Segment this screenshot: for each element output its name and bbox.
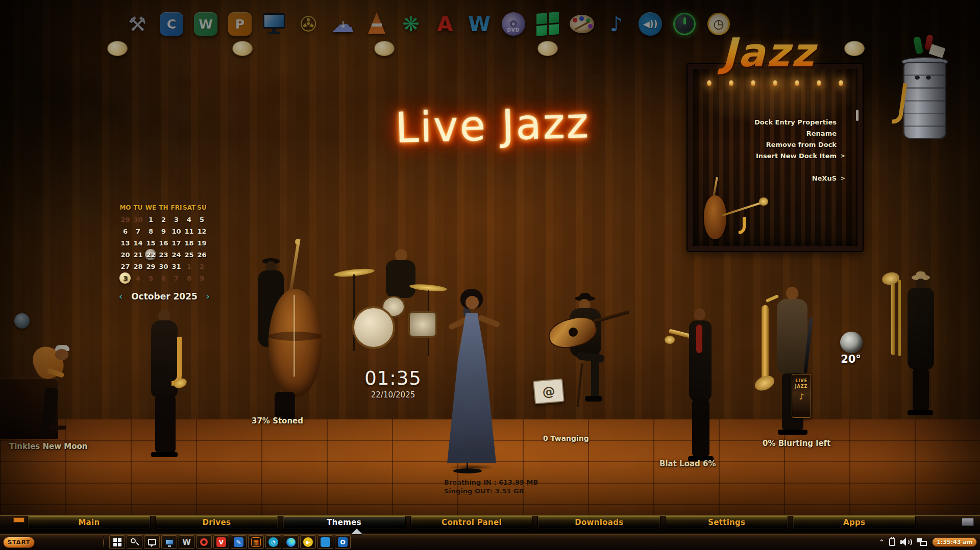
volume-icon[interactable] [900,538,912,546]
network-icon[interactable] [917,538,927,546]
calendar-day[interactable]: 11 [183,226,195,237]
calendar-day[interactable]: 30 [157,261,170,272]
calendar-day[interactable]: 21 [132,249,144,261]
tab-downloads[interactable]: Downloads [537,516,660,530]
stat-label-moon-phase: Tinkles New Moon [9,442,88,451]
panel-scroll-thumb[interactable] [856,110,859,121]
calendar-day[interactable]: 6 [157,272,170,284]
calendar-day[interactable]: 19 [195,237,208,249]
calendar-day[interactable]: 10 [170,226,183,237]
tab-control-panel[interactable]: Control Panel [410,516,533,530]
calendar-day[interactable]: 29 [119,214,132,226]
menu-item-remove-from-dock[interactable]: Remove from Dock> [754,139,845,151]
dock-icon-dvd[interactable]: DVD [500,9,527,39]
tab-main[interactable]: Main [28,516,151,530]
taskbar-button-search[interactable] [127,535,142,549]
calendar-day[interactable]: 5 [195,214,208,226]
dock-icon-music-note[interactable]: ♪ [602,9,630,39]
recycle-bin[interactable] [894,34,953,143]
taskbar-button-outlook[interactable]: O [335,535,351,549]
start-button[interactable]: START [3,537,35,548]
dock-icon-vlc[interactable] [363,9,390,39]
taskbar-button-media-player[interactable]: ▶ [300,535,316,549]
calendar-day[interactable]: 4 [183,214,195,226]
calendar-day[interactable]: 1 [144,214,157,226]
tab-settings[interactable]: Settings [665,516,788,530]
dock-icon-power[interactable] [671,9,698,39]
dock-icon-volume[interactable]: ◀)) [636,9,664,39]
taskbar-button-winstep-app[interactable]: W [179,535,194,549]
tab-drives[interactable]: Drives [155,516,278,530]
calendar-day[interactable]: 1 [183,261,195,272]
calendar-day[interactable]: 3 [119,272,132,284]
taskbar-button-vivaldi[interactable]: V [213,535,229,549]
calendar-next-button[interactable]: › [206,291,210,302]
taskbar-button-blue-app[interactable] [317,535,333,549]
calendar-day[interactable]: 9 [195,272,208,284]
calendar-day[interactable]: 3 [170,214,183,226]
calendar-day[interactable]: 2 [157,214,170,226]
calendar-day[interactable]: 27 [119,261,132,272]
taskbar-button-start-menu[interactable] [109,535,125,549]
calendar-day[interactable]: 14 [132,237,144,249]
mail-widget[interactable]: @ [533,379,565,405]
dock-icon-winstep[interactable]: W [192,9,219,39]
dock-icon-cloud-download[interactable]: ☁↓ [329,9,356,39]
calendar-day[interactable]: 15 [144,237,157,249]
taskbar-button-task-view[interactable] [144,535,160,549]
taskbar-button-opera[interactable] [196,535,212,549]
calendar-day[interactable]: 13 [119,237,132,249]
dock-icon-display[interactable] [260,9,288,39]
dock-icon-paint-palette[interactable] [568,9,596,39]
menu-item-insert-new-dock-item[interactable]: Insert New Dock Item> [754,151,845,162]
dock-icon-movies[interactable]: ✇ [295,9,322,39]
taskbar-button-system-utility[interactable]: ✎ [231,535,247,549]
calendar-day[interactable]: 30 [132,214,144,226]
menu-item-rename[interactable]: Rename> [754,128,845,139]
taskbar-button-display-settings[interactable] [161,535,177,549]
calendar-day[interactable]: 18 [183,237,195,249]
calendar-day[interactable]: 25 [183,249,195,261]
calendar-day[interactable]: 23 [157,249,170,261]
dock-icon-acrobat[interactable]: A [431,9,459,39]
dock-icon-cables[interactable]: ❋ [397,9,425,39]
calendar-day[interactable]: 7 [132,226,144,237]
calendar-day[interactable]: 2 [195,261,208,272]
calendar-day[interactable]: 29 [144,261,157,272]
calendar-day[interactable]: 7 [170,272,183,284]
calendar-day[interactable]: 8 [183,272,195,284]
tab-bar-handle[interactable] [962,518,974,526]
menu-item-nexus[interactable]: NeXuS> [754,173,845,184]
calendar-day[interactable]: 22 [144,249,157,261]
calendar-day[interactable]: 4 [132,272,144,284]
calendar-day[interactable]: 9 [157,226,170,237]
dock-icon-repair-tools[interactable]: ⚒ [124,9,151,39]
taskbar-button-grid-tool[interactable]: ▦ [248,535,264,549]
taskbar-button-edge-browser[interactable] [283,535,299,549]
menu-item-dock-entry-properties[interactable]: Dock Entry Properties> [754,117,845,128]
calendar-day[interactable]: 6 [119,226,132,237]
tab-apps[interactable]: Apps [793,516,916,530]
tray-expand-chevron-icon[interactable]: ^ [879,539,884,546]
calendar-day[interactable]: 12 [195,226,208,237]
dock-icon-windows[interactable] [534,9,561,39]
usb-device-icon[interactable] [889,538,895,546]
calendar-day-header: MO [119,202,132,214]
dock-icon-cubase[interactable]: C [158,9,185,39]
calendar-day[interactable]: 16 [157,237,170,249]
calendar-day[interactable]: 8 [144,226,157,237]
taskbar-button-timer[interactable]: ◔ [265,535,281,549]
trash-paper [929,44,946,58]
calendar-day[interactable]: 26 [195,249,208,261]
dock-icon-p-app[interactable]: P [226,9,254,39]
calendar-day[interactable]: 17 [170,237,183,249]
calendar-day[interactable]: 20 [119,249,132,261]
calendar-day[interactable]: 28 [132,261,144,272]
calendar-prev-button[interactable]: ‹ [119,291,122,302]
dock-icon-word[interactable]: W [465,9,493,39]
tray-clock[interactable]: 1:35:43 am [932,537,977,547]
calendar-day[interactable]: 31 [170,261,183,272]
tab-themes[interactable]: Themes [283,516,406,530]
calendar-day[interactable]: 24 [170,249,183,261]
calendar-day[interactable]: 5 [144,272,157,284]
